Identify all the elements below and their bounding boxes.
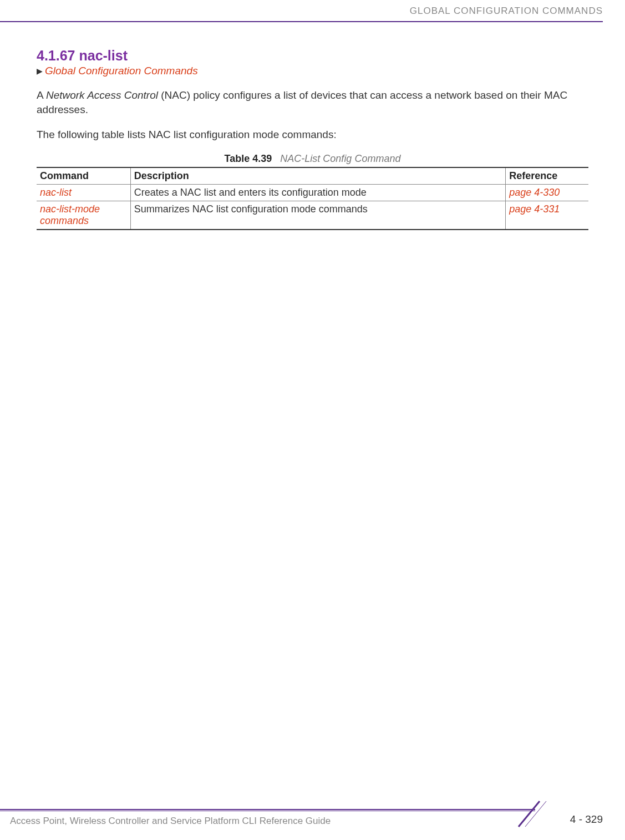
section-title: 4.1.67 nac-list [37,48,588,64]
col-header-command: Command [37,167,130,185]
header-rule [0,21,603,22]
page-corner-mark: 4 - 329 [525,803,603,829]
paragraph-1: A Network Access Control (NAC) policy co… [37,88,588,116]
col-header-description: Description [130,167,506,185]
col-header-reference: Reference [506,167,588,185]
paragraph-2: The following table lists NAC list confi… [37,128,588,142]
command-description: Creates a NAC list and enters its config… [130,184,506,201]
reference-link[interactable]: page 4-331 [509,203,560,215]
p1-prefix: A [37,89,46,101]
footer-rule-thin [0,811,535,811]
section-number: 4.1.67 [37,48,75,63]
table-caption-title: NAC-List Config Command [280,153,400,164]
table-row: nac-list Creates a NAC list and enters i… [37,184,588,201]
svg-line-0 [519,801,540,827]
breadcrumb-arrow-icon: ▶ [37,67,43,75]
breadcrumb[interactable]: ▶ Global Configuration Commands [37,65,588,77]
table-header-row: Command Description Reference [37,167,588,185]
page-number: 4 - 329 [570,813,603,826]
slash-icon [514,798,553,831]
content-area: 4.1.67 nac-list ▶ Global Configuration C… [37,48,588,230]
command-description: Summarizes NAC list configuration mode c… [130,201,506,230]
running-header: GLOBAL CONFIGURATION COMMANDS [410,6,603,17]
command-link[interactable]: nac-list-mode commands [40,203,100,226]
table-caption: Table 4.39 NAC-List Config Command [37,153,588,165]
table-caption-label: Table 4.39 [225,153,272,164]
reference-link[interactable]: page 4-330 [509,187,560,198]
footer-rule [0,809,535,810]
table-row: nac-list-mode commands Summarizes NAC li… [37,201,588,230]
breadcrumb-text: Global Configuration Commands [45,65,198,77]
footer: Access Point, Wireless Controller and Se… [0,809,625,829]
section-name: nac-list [79,48,128,63]
footer-guide-title: Access Point, Wireless Controller and Se… [10,816,331,827]
p1-italic: Network Access Control [46,89,158,101]
command-link[interactable]: nac-list [40,187,72,198]
command-table: Command Description Reference nac-list C… [37,167,588,230]
